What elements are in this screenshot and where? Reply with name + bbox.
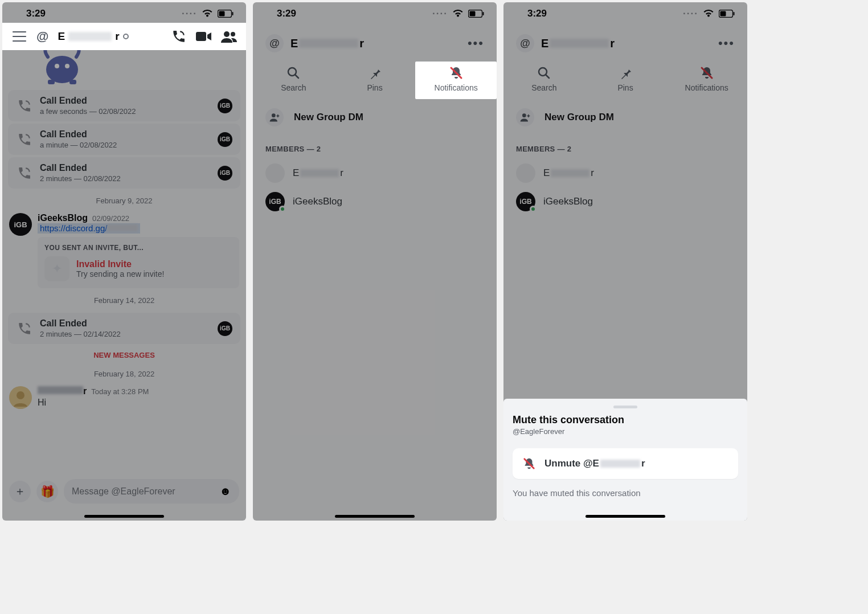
voice-call-button[interactable]	[171, 28, 187, 44]
date-separator: February 14, 2022	[2, 290, 246, 310]
tab-pins[interactable]: Pins	[334, 62, 416, 99]
attach-button[interactable]: ＋	[9, 481, 31, 502]
members-icon	[221, 30, 237, 43]
add-person-icon	[265, 108, 284, 126]
at-icon: @	[265, 34, 284, 52]
plus-icon: ＋	[14, 484, 26, 499]
members-label: MEMBERS — 2	[253, 136, 497, 159]
unmute-button[interactable]: Unmute @Er	[513, 448, 738, 479]
bell-muted-icon	[523, 457, 535, 470]
screen-dm-details: 3:29 ···· @ Er ••• Search Pins Notificat…	[253, 2, 497, 521]
call-ended-card[interactable]: Call Endeda few seconds — 02/08/2022 iGB	[8, 90, 240, 121]
members-label: MEMBERS — 2	[503, 136, 747, 159]
at-icon: @	[516, 34, 534, 52]
member-row[interactable]: Er	[503, 159, 747, 187]
add-person-icon	[516, 108, 534, 126]
chat-messages[interactable]: Call Endeda few seconds — 02/08/2022 iGB…	[2, 50, 246, 473]
battery-icon	[468, 10, 484, 18]
svg-rect-9	[48, 80, 55, 84]
cell-dots-icon: ····	[182, 8, 197, 19]
message-row[interactable]: iGB iGeeksBlog 02/09/2022 https://discor…	[2, 211, 246, 290]
phone-icon	[16, 165, 33, 182]
new-messages-separator: NEW MESSAGES	[2, 346, 246, 364]
message-input[interactable]: Message @EagleForever ☻	[64, 479, 239, 504]
tab-pins[interactable]: Pins	[585, 62, 666, 99]
svg-rect-15	[483, 12, 484, 15]
avatar-user	[265, 163, 285, 183]
status-bar: 3:29 ····	[2, 2, 246, 23]
new-group-dm-button[interactable]: New Group DM	[253, 99, 497, 136]
gift-icon: 🎁	[40, 485, 55, 498]
cell-dots-icon: ····	[432, 8, 448, 19]
home-indicator[interactable]	[586, 515, 665, 518]
unmute-label: Unmute @Er	[544, 458, 645, 469]
screen-mute-sheet: 3:29 ···· @ Er ••• Search Pins Notificat…	[503, 2, 747, 521]
avatar-igb: iGB	[265, 192, 285, 211]
new-group-dm-button[interactable]: New Group DM	[503, 99, 747, 136]
phone-icon	[16, 131, 33, 148]
member-row[interactable]: iGB iGeeksBlog	[253, 187, 497, 216]
invite-link[interactable]: https://discord.gg/	[38, 223, 140, 234]
gift-button[interactable]: 🎁	[36, 481, 58, 502]
pin-icon	[368, 66, 382, 80]
member-name: Er	[543, 167, 594, 179]
member-row[interactable]: Er	[253, 159, 497, 187]
avatar-igb: iGB	[218, 166, 232, 181]
call-ended-card[interactable]: Call Ended2 minutes — 02/14/2022 iGB	[8, 313, 240, 344]
tab-notifications[interactable]: Notifications	[666, 62, 747, 99]
cell-dots-icon: ····	[683, 8, 698, 19]
home-indicator[interactable]	[335, 515, 415, 518]
sheet-subtitle: @EagleForever	[513, 427, 738, 436]
svg-point-24	[522, 113, 526, 117]
svg-point-12	[17, 391, 24, 399]
search-icon	[537, 66, 551, 80]
online-status-icon	[279, 206, 286, 212]
emoji-button[interactable]: ☻	[219, 485, 231, 498]
chat-input-bar: ＋ 🎁 Message @EagleForever ☻	[2, 473, 246, 521]
call-ended-card[interactable]: Call Endeda minute — 02/08/2022 iGB	[8, 124, 240, 155]
video-call-button[interactable]	[196, 28, 212, 44]
avatar-igb: iGB	[516, 192, 535, 211]
battery-icon	[218, 10, 234, 18]
call-ended-card[interactable]: Call Ended2 minutes — 02/08/2022 iGB	[8, 157, 240, 189]
svg-point-7	[55, 64, 59, 68]
message-username: r	[38, 386, 87, 396]
avatar-igb: iGB	[218, 321, 232, 336]
action-tabs: Search Pins Notifications	[503, 62, 747, 99]
offline-status-icon	[123, 34, 129, 39]
tab-search[interactable]: Search	[253, 62, 334, 99]
status-time: 3:29	[277, 8, 296, 19]
svg-rect-10	[69, 80, 76, 84]
tab-search[interactable]: Search	[503, 62, 585, 99]
svg-point-18	[272, 113, 276, 117]
svg-rect-21	[734, 12, 735, 15]
message-row[interactable]: r Today at 3:28 PM Hi	[2, 384, 246, 411]
date-separator: February 9, 2022	[2, 191, 246, 211]
svg-rect-14	[470, 11, 476, 17]
more-button[interactable]: •••	[718, 36, 735, 51]
svg-point-4	[224, 31, 230, 37]
more-button[interactable]: •••	[468, 36, 484, 51]
hamburger-icon	[12, 31, 27, 42]
sheet-handle[interactable]	[613, 406, 637, 408]
avatar-igb: iGB	[218, 99, 232, 113]
menu-button[interactable]	[11, 28, 27, 44]
home-indicator[interactable]	[84, 515, 164, 518]
action-tabs: Search Pins Notifications	[253, 62, 497, 99]
member-row[interactable]: iGB iGeeksBlog	[503, 187, 747, 216]
phone-icon	[16, 320, 33, 337]
bell-muted-icon	[449, 66, 463, 80]
svg-point-5	[231, 32, 235, 36]
video-icon	[196, 31, 212, 42]
svg-point-6	[46, 56, 78, 83]
more-icon: •••	[468, 36, 484, 50]
avatar-igb: iGB	[9, 213, 32, 236]
member-name: iGeeksBlog	[543, 196, 593, 207]
sheet-title: Mute this conversation	[513, 414, 738, 426]
invite-card: YOU SENT AN INVITE, BUT... ✦ Invalid Inv…	[38, 237, 239, 288]
online-status-icon	[530, 206, 537, 212]
tab-notifications[interactable]: Notifications	[415, 62, 497, 99]
chat-username[interactable]: Er	[58, 30, 128, 43]
members-button[interactable]	[221, 28, 237, 44]
search-icon	[286, 66, 300, 80]
